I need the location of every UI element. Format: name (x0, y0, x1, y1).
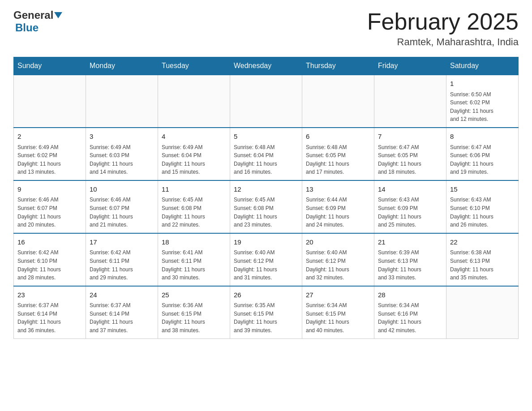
calendar-day-cell: 5Sunrise: 6:48 AMSunset: 6:04 PMDaylight… (230, 128, 302, 180)
logo-general-text: General (13, 9, 53, 21)
day-of-week-header: Wednesday (230, 57, 302, 75)
day-number: 27 (306, 290, 370, 300)
day-info: Sunrise: 6:37 AMSunset: 6:14 PMDaylight:… (17, 301, 82, 334)
calendar-day-cell: 11Sunrise: 6:45 AMSunset: 6:08 PMDayligh… (158, 180, 230, 233)
days-of-week-row: SundayMondayTuesdayWednesdayThursdayFrid… (14, 57, 519, 75)
day-info: Sunrise: 6:48 AMSunset: 6:04 PMDaylight:… (234, 143, 298, 176)
calendar-day-cell: 26Sunrise: 6:35 AMSunset: 6:15 PMDayligh… (230, 286, 302, 338)
calendar-day-cell: 23Sunrise: 6:37 AMSunset: 6:14 PMDayligh… (14, 286, 86, 338)
day-of-week-header: Monday (86, 57, 158, 75)
calendar-title-block: February 2025 Ramtek, Maharashtra, India (367, 9, 519, 48)
day-info: Sunrise: 6:48 AMSunset: 6:05 PMDaylight:… (306, 143, 370, 176)
calendar-week-row: 2Sunrise: 6:49 AMSunset: 6:02 PMDaylight… (14, 128, 519, 180)
day-number: 16 (17, 237, 82, 248)
calendar-week-row: 9Sunrise: 6:46 AMSunset: 6:07 PMDaylight… (14, 180, 519, 233)
day-of-week-header: Sunday (14, 57, 86, 75)
day-info: Sunrise: 6:42 AMSunset: 6:10 PMDaylight:… (17, 248, 82, 282)
calendar-header: SundayMondayTuesdayWednesdayThursdayFrid… (14, 57, 519, 75)
day-info: Sunrise: 6:46 AMSunset: 6:07 PMDaylight:… (90, 196, 154, 229)
day-info: Sunrise: 6:49 AMSunset: 6:04 PMDaylight:… (162, 143, 226, 176)
day-info: Sunrise: 6:49 AMSunset: 6:02 PMDaylight:… (17, 143, 82, 176)
calendar-day-cell: 13Sunrise: 6:44 AMSunset: 6:09 PMDayligh… (302, 180, 374, 233)
day-info: Sunrise: 6:44 AMSunset: 6:09 PMDaylight:… (306, 196, 370, 229)
calendar-day-cell: 25Sunrise: 6:36 AMSunset: 6:15 PMDayligh… (158, 286, 230, 338)
day-info: Sunrise: 6:42 AMSunset: 6:11 PMDaylight:… (90, 248, 154, 282)
calendar-day-cell: 10Sunrise: 6:46 AMSunset: 6:07 PMDayligh… (86, 180, 158, 233)
day-of-week-header: Friday (374, 57, 446, 75)
calendar-day-cell (14, 75, 86, 128)
calendar-week-row: 16Sunrise: 6:42 AMSunset: 6:10 PMDayligh… (14, 233, 519, 286)
calendar-week-row: 1Sunrise: 6:50 AMSunset: 6:02 PMDaylight… (14, 75, 519, 128)
day-info: Sunrise: 6:45 AMSunset: 6:08 PMDaylight:… (234, 196, 298, 229)
day-of-week-header: Saturday (446, 57, 519, 75)
calendar-day-cell: 14Sunrise: 6:43 AMSunset: 6:09 PMDayligh… (374, 180, 446, 233)
calendar-week-row: 23Sunrise: 6:37 AMSunset: 6:14 PMDayligh… (14, 286, 519, 338)
day-number: 6 (306, 132, 370, 142)
day-info: Sunrise: 6:43 AMSunset: 6:10 PMDaylight:… (450, 196, 515, 229)
calendar-day-cell: 20Sunrise: 6:40 AMSunset: 6:12 PMDayligh… (302, 233, 374, 286)
day-info: Sunrise: 6:49 AMSunset: 6:03 PMDaylight:… (90, 143, 154, 176)
day-number: 24 (90, 290, 154, 300)
day-info: Sunrise: 6:37 AMSunset: 6:14 PMDaylight:… (90, 301, 154, 334)
day-of-week-header: Tuesday (158, 57, 230, 75)
logo-triangle-icon (54, 12, 62, 18)
calendar-day-cell (374, 75, 446, 128)
day-number: 15 (450, 184, 515, 195)
calendar-day-cell: 1Sunrise: 6:50 AMSunset: 6:02 PMDaylight… (446, 75, 519, 128)
calendar-day-cell: 16Sunrise: 6:42 AMSunset: 6:10 PMDayligh… (14, 233, 86, 286)
day-number: 18 (162, 237, 226, 248)
day-number: 14 (378, 184, 442, 195)
day-info: Sunrise: 6:45 AMSunset: 6:08 PMDaylight:… (162, 196, 226, 229)
calendar-day-cell (158, 75, 230, 128)
day-info: Sunrise: 6:36 AMSunset: 6:15 PMDaylight:… (162, 301, 226, 334)
day-number: 3 (90, 132, 154, 142)
calendar-day-cell: 3Sunrise: 6:49 AMSunset: 6:03 PMDaylight… (86, 128, 158, 180)
day-info: Sunrise: 6:46 AMSunset: 6:07 PMDaylight:… (17, 196, 82, 229)
calendar-day-cell: 24Sunrise: 6:37 AMSunset: 6:14 PMDayligh… (86, 286, 158, 338)
calendar-day-cell: 27Sunrise: 6:34 AMSunset: 6:15 PMDayligh… (302, 286, 374, 338)
calendar-subtitle: Ramtek, Maharashtra, India (367, 36, 519, 48)
day-info: Sunrise: 6:34 AMSunset: 6:16 PMDaylight:… (378, 301, 442, 334)
calendar-day-cell: 18Sunrise: 6:41 AMSunset: 6:11 PMDayligh… (158, 233, 230, 286)
day-number: 22 (450, 237, 515, 248)
calendar-day-cell (230, 75, 302, 128)
logo-blue-text: Blue (15, 21, 39, 34)
day-number: 4 (162, 132, 226, 142)
logo: General Blue (13, 9, 62, 34)
day-number: 23 (17, 290, 82, 300)
day-number: 19 (234, 237, 298, 248)
page-header: General Blue February 2025 Ramtek, Mahar… (13, 9, 519, 48)
day-info: Sunrise: 6:40 AMSunset: 6:12 PMDaylight:… (234, 248, 298, 282)
calendar-table: SundayMondayTuesdayWednesdayThursdayFrid… (13, 57, 519, 338)
calendar-day-cell: 15Sunrise: 6:43 AMSunset: 6:10 PMDayligh… (446, 180, 519, 233)
day-number: 2 (17, 132, 82, 142)
calendar-day-cell (302, 75, 374, 128)
day-number: 9 (17, 184, 82, 195)
day-info: Sunrise: 6:41 AMSunset: 6:11 PMDaylight:… (162, 248, 226, 282)
day-number: 25 (162, 290, 226, 300)
calendar-day-cell: 6Sunrise: 6:48 AMSunset: 6:05 PMDaylight… (302, 128, 374, 180)
calendar-day-cell: 8Sunrise: 6:47 AMSunset: 6:06 PMDaylight… (446, 128, 519, 180)
day-info: Sunrise: 6:35 AMSunset: 6:15 PMDaylight:… (234, 301, 298, 334)
day-number: 11 (162, 184, 226, 195)
day-info: Sunrise: 6:47 AMSunset: 6:06 PMDaylight:… (450, 143, 515, 176)
day-info: Sunrise: 6:40 AMSunset: 6:12 PMDaylight:… (306, 248, 370, 282)
day-info: Sunrise: 6:50 AMSunset: 6:02 PMDaylight:… (450, 90, 515, 124)
day-number: 13 (306, 184, 370, 195)
calendar-day-cell (446, 286, 519, 338)
calendar-day-cell: 2Sunrise: 6:49 AMSunset: 6:02 PMDaylight… (14, 128, 86, 180)
day-info: Sunrise: 6:47 AMSunset: 6:05 PMDaylight:… (378, 143, 442, 176)
day-number: 1 (450, 79, 515, 89)
day-number: 8 (450, 132, 515, 142)
day-of-week-header: Thursday (302, 57, 374, 75)
day-info: Sunrise: 6:39 AMSunset: 6:13 PMDaylight:… (378, 248, 442, 282)
calendar-day-cell: 21Sunrise: 6:39 AMSunset: 6:13 PMDayligh… (374, 233, 446, 286)
day-number: 5 (234, 132, 298, 142)
calendar-day-cell: 19Sunrise: 6:40 AMSunset: 6:12 PMDayligh… (230, 233, 302, 286)
day-info: Sunrise: 6:38 AMSunset: 6:13 PMDaylight:… (450, 248, 515, 282)
calendar-day-cell (86, 75, 158, 128)
calendar-body: 1Sunrise: 6:50 AMSunset: 6:02 PMDaylight… (14, 75, 519, 338)
day-number: 10 (90, 184, 154, 195)
calendar-day-cell: 9Sunrise: 6:46 AMSunset: 6:07 PMDaylight… (14, 180, 86, 233)
day-number: 26 (234, 290, 298, 300)
